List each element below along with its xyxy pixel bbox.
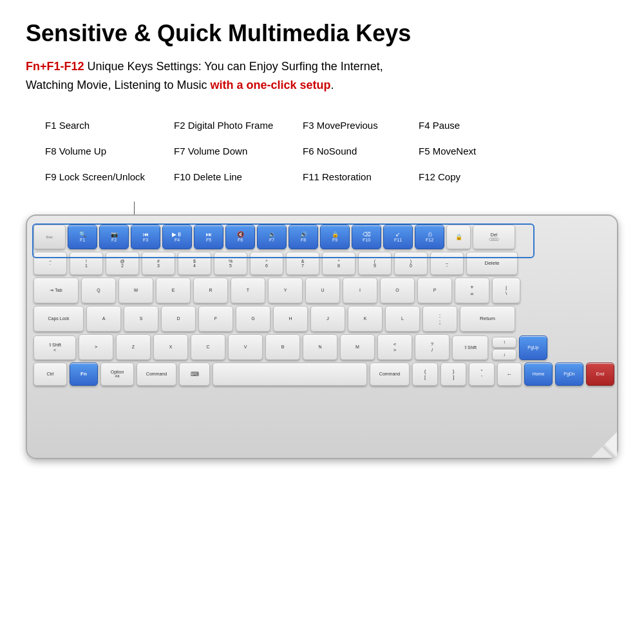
i-key: I [343, 278, 377, 303]
f11-desc: F11 Restoration [303, 166, 419, 189]
c-key: C [191, 334, 225, 360]
8-key: * 8 [322, 252, 355, 275]
minus-key: _ - [430, 252, 464, 275]
o-key: O [380, 278, 415, 303]
lt-key: <> [377, 334, 412, 360]
shift-row: ⇧Shift < > Z X C V B N M <> ?/ ⇧Shift [33, 334, 611, 360]
tab-key: ⇥ Tab [33, 278, 79, 303]
del-key: Del ⌫⌦ [473, 225, 515, 249]
plus-key: += [455, 278, 489, 303]
3-key: # 3 [142, 252, 175, 275]
f11-key: ↙ F11 [383, 225, 413, 249]
tilde-key: ~ ` [33, 252, 67, 275]
pgup-key: PgUp [519, 336, 547, 360]
f3-key: ⏮ F3 [131, 225, 160, 249]
semicolon-key: :; [422, 306, 457, 332]
d-key: D [161, 306, 196, 332]
f12-desc: F12 Copy [419, 166, 460, 189]
slash-key: ?/ [415, 334, 450, 360]
main-title: Sensitive & Quick Multimedia Keys [26, 19, 618, 47]
f5-desc: F5 MoveNext [419, 140, 476, 163]
f-key: F [198, 306, 233, 332]
f9-key: 🔒 F9 [320, 225, 350, 249]
k-key: K [348, 306, 383, 332]
option-key: Option Alt [100, 363, 134, 386]
ctrl-key: Ctrl [33, 363, 67, 386]
subtitle: Fn+F1-F12 Unique Keys Settings: You can … [26, 57, 618, 95]
f7-desc: F7 Volume Down [174, 140, 303, 163]
g-key: G [236, 306, 270, 332]
2-key: @ 2 [106, 252, 139, 275]
f8-desc: F8 Volume Up [45, 140, 174, 163]
shift-left-key: ⇧Shift < [33, 336, 76, 360]
s-key: S [124, 306, 158, 332]
f9-desc: F9 Lock Screen/Unlock [45, 166, 174, 189]
p-key: P [417, 278, 452, 303]
shift-right-key: ⇧Shift [452, 336, 488, 360]
f1-key: 🔍 F1 [68, 225, 97, 249]
capslock-key: Caps Lock [33, 306, 84, 332]
t-key: T [231, 278, 265, 303]
0-key: ) 0 [394, 252, 428, 275]
page-curl [591, 432, 617, 458]
f4-desc: F4 Pause [419, 114, 460, 137]
5-key: % 5 [214, 252, 247, 275]
f12-key: ⎙ F12 [415, 225, 444, 249]
left-brace-key: { [ [412, 363, 438, 386]
f5-key: ⏭ F5 [194, 225, 223, 249]
b-key: B [265, 334, 300, 360]
z-key: Z [116, 334, 151, 360]
u-key: U [305, 278, 340, 303]
f10-desc: F10 Delete Line [174, 166, 303, 189]
home-nav-key: Home [524, 363, 553, 386]
f4-key: ▶⏸ F4 [162, 225, 192, 249]
f2-desc: F2 Digital Photo Frame [174, 114, 303, 137]
key-list: F1 Search F2 Digital Photo Frame F3 Move… [45, 114, 618, 189]
key-row-3: F9 Lock Screen/Unlock F10 Delete Line F1… [45, 166, 618, 189]
h-key: H [273, 306, 308, 332]
n-key: N [303, 334, 337, 360]
space-key [213, 363, 367, 386]
f1-desc: F1 Search [45, 114, 174, 137]
y-key: Y [268, 278, 303, 303]
key-row-2: F8 Volume Up F7 Volume Down F6 NoSound F… [45, 140, 618, 163]
number-row: ~ ` ! 1 @ 2 # 3 [33, 252, 611, 275]
quote-key: " ' [469, 363, 495, 386]
delete-key: Delete [466, 252, 518, 275]
9-key: ( 9 [358, 252, 392, 275]
w-key: W [118, 278, 153, 303]
key-row-1: F1 Search F2 Digital Photo Frame F3 Move… [45, 114, 618, 137]
f8-key: 🔊 F8 [289, 225, 318, 249]
page-container: Sensitive & Quick Multimedia Keys Fn+F1-… [0, 0, 644, 644]
7-key: & 7 [286, 252, 319, 275]
qwerty-row: ⇥ Tab Q W E R T Y U I O P += |\ [33, 278, 611, 303]
command-left-key: Command [137, 363, 176, 386]
f2-key: 📷 F2 [99, 225, 129, 249]
return-key: Return [460, 306, 515, 332]
arrow-up-down: ↑ ↓ [492, 337, 516, 360]
keyboard-image: Esc 🔍 F1 📷 F2 ⏮ F3 [26, 214, 618, 459]
fn-highlight: Fn+F1-F12 [26, 60, 84, 73]
esc-key: Esc [33, 225, 66, 249]
6-key: ^ 6 [250, 252, 283, 275]
f6-desc: F6 NoSound [303, 140, 419, 163]
backslash-key: |\ [492, 278, 520, 303]
arrow-left-key: ← [497, 363, 522, 386]
r-key: R [193, 278, 228, 303]
lock-key: 🔒 [446, 225, 471, 249]
home-row: Caps Lock A S D F G H J K L :; Return [33, 306, 611, 332]
kbiso-key: ⌨ [179, 363, 210, 386]
command-right-key: Command [370, 363, 410, 386]
arrow-up-key: ↑ [492, 337, 516, 348]
1-key: ! 1 [70, 252, 103, 275]
right-brace-key: } ] [440, 363, 466, 386]
gt-key: > [79, 334, 113, 360]
e-key: E [156, 278, 191, 303]
arrow-down-key: ↓ [492, 349, 516, 360]
end-key: End [586, 363, 614, 386]
4-key: $ 4 [178, 252, 211, 275]
f6-key: 🔇 F6 [225, 225, 255, 249]
one-click-text: with a one-click setup [210, 79, 330, 91]
f7-key: 🔉 F7 [257, 225, 287, 249]
l-key: L [385, 306, 420, 332]
